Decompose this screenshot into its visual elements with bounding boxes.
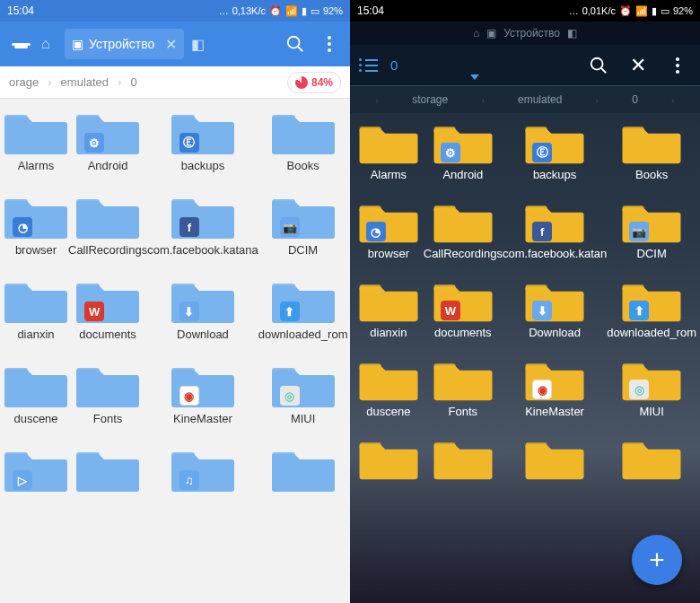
folder-item[interactable]: ◎MIUI xyxy=(258,359,348,440)
overflow-button[interactable] xyxy=(316,31,343,57)
miui-icon: ◎ xyxy=(280,386,300,406)
folder-item[interactable]: fcom.facebook.katana xyxy=(147,190,258,271)
folder-item[interactable]: ⬇Download xyxy=(147,275,258,355)
folder-item[interactable]: dianxin xyxy=(354,276,424,354)
folder-item[interactable]: Ⓔbackups xyxy=(147,106,258,187)
folder-item[interactable]: 📷DCIM xyxy=(258,190,348,271)
crumb-0[interactable]: orage xyxy=(0,75,48,89)
folder-item[interactable] xyxy=(258,443,348,524)
search-button[interactable] xyxy=(585,52,612,79)
close-button[interactable]: ✕ xyxy=(625,52,652,79)
folder-item[interactable] xyxy=(607,434,696,511)
folder-item[interactable]: Wdocuments xyxy=(68,275,147,355)
folder-item[interactable]: 📷DCIM xyxy=(607,197,696,275)
wps-icon: W xyxy=(84,302,104,321)
menu-button[interactable] xyxy=(7,31,34,57)
folder-item[interactable]: ▷ xyxy=(4,443,68,524)
folder-item[interactable]: ⬆downloaded_rom xyxy=(258,275,348,355)
folder-item[interactable] xyxy=(424,434,503,511)
chevron-right-icon: › xyxy=(591,95,604,105)
folder-item[interactable]: ⚙Android xyxy=(424,118,503,196)
folder-item[interactable]: ◔browser xyxy=(4,190,68,271)
crumb-1[interactable]: emulated xyxy=(512,93,567,106)
path-label[interactable]: Устройство xyxy=(503,27,560,39)
folder-item[interactable]: CallRecordings xyxy=(424,197,503,275)
folder-icon: ◉ xyxy=(171,359,235,409)
folder-item[interactable]: dianxin xyxy=(4,275,68,355)
folder-item[interactable]: Books xyxy=(258,106,348,187)
folder-item[interactable]: fcom.facebook.katan xyxy=(503,197,607,275)
storage-badge[interactable]: 84% xyxy=(287,72,341,93)
folder-item[interactable]: Ⓔbackups xyxy=(503,118,607,196)
folder-grid: Alarms⚙AndroidⒺbackupsBooks◔browserCallR… xyxy=(350,113,700,511)
svg-line-3 xyxy=(601,67,607,73)
folder-icon xyxy=(358,276,419,323)
crumb-2[interactable]: 0 xyxy=(626,93,643,106)
crumb-0[interactable]: storage xyxy=(407,93,453,106)
folder-grid: Alarms⚙AndroidⒺbackupsBooks◔browserCallR… xyxy=(0,99,350,524)
folder-item[interactable]: ⬇Download xyxy=(503,276,607,354)
folder-item[interactable]: ◎MIUI xyxy=(607,355,696,433)
dropdown-indicator-icon xyxy=(470,74,479,80)
crumb-1[interactable]: emulated xyxy=(52,75,118,89)
es-icon: Ⓔ xyxy=(179,133,199,153)
folder-icon: ◎ xyxy=(621,355,682,402)
folder-item[interactable]: duscene xyxy=(4,359,68,440)
list-view-button[interactable] xyxy=(359,58,378,72)
folder-icon: Ⓔ xyxy=(524,118,585,165)
home-icon[interactable]: ⌂ xyxy=(41,36,57,52)
folder-icon: f xyxy=(171,190,235,240)
folder-item[interactable]: Fonts xyxy=(424,355,503,433)
folder-label: Fonts xyxy=(449,406,478,433)
alarm-icon: ⏰ xyxy=(619,5,632,17)
close-tab-icon[interactable]: ✕ xyxy=(165,36,177,53)
selection-count[interactable]: 0 xyxy=(390,57,398,73)
folder-item[interactable]: ◔browser xyxy=(354,197,424,275)
folder-item[interactable]: duscene xyxy=(354,355,424,433)
folder-item[interactable]: Wdocuments xyxy=(424,276,503,354)
folder-item[interactable]: Alarms xyxy=(354,118,424,196)
folder-item[interactable] xyxy=(354,434,424,511)
crumb-2[interactable]: 0 xyxy=(121,75,145,89)
folder-item[interactable]: ◉KineMaster xyxy=(503,355,607,433)
folder-icon: ◎ xyxy=(271,359,336,409)
folder-label: Android xyxy=(442,169,483,196)
tab-device[interactable]: ▣ Устройство ✕ xyxy=(65,29,184,59)
cam-icon: 📷 xyxy=(280,217,300,237)
folder-label: backups xyxy=(533,169,576,196)
folder-label: downloaded_rom xyxy=(607,327,696,354)
folder-icon: W xyxy=(433,276,494,323)
folder-icon xyxy=(75,190,140,240)
home-icon[interactable]: ⌂ xyxy=(473,27,479,39)
folder-item[interactable]: ⚙Android xyxy=(68,106,147,187)
status-speed: 0,13K/c xyxy=(232,5,266,16)
folder-icon xyxy=(75,359,140,409)
status-time: 15:04 xyxy=(7,4,34,17)
folder-item[interactable]: Fonts xyxy=(68,359,147,440)
overflow-button[interactable] xyxy=(664,52,691,79)
folder-icon: Ⓔ xyxy=(171,106,235,156)
signal-icon: ▮ xyxy=(652,5,657,17)
screen-light: 15:04 … 0,13K/c ⏰ 📶 ▮ ▭ 92% ⌂ ▣ Устройст… xyxy=(0,0,350,603)
folder-item[interactable]: ♫ xyxy=(147,443,258,524)
folder-icon: ⬇ xyxy=(171,275,235,325)
search-button[interactable] xyxy=(282,31,309,57)
folder-item[interactable] xyxy=(68,443,147,524)
folder-icon: ⬆ xyxy=(621,276,682,323)
folder-item[interactable]: ◉KineMaster xyxy=(147,359,258,440)
folder-item[interactable]: Books xyxy=(607,118,696,196)
storage-pct: 84% xyxy=(311,76,333,89)
device-icon: ▣ xyxy=(486,27,496,39)
folder-item[interactable]: Alarms xyxy=(4,106,68,187)
folder-item[interactable] xyxy=(503,434,607,511)
folder-item[interactable]: ⬆downloaded_rom xyxy=(607,276,696,354)
folder-item[interactable]: CallRecordings xyxy=(68,190,147,271)
folder-icon xyxy=(271,106,336,156)
folder-label: KineMaster xyxy=(525,406,584,433)
folder-label: DCIM xyxy=(288,244,318,271)
browser-icon: ◔ xyxy=(13,217,32,237)
folder-label: Download xyxy=(529,327,581,354)
bookmark-icon[interactable]: ◧ xyxy=(191,36,205,53)
music-icon: ♫ xyxy=(179,470,199,490)
add-fab[interactable]: + xyxy=(632,535,682,585)
